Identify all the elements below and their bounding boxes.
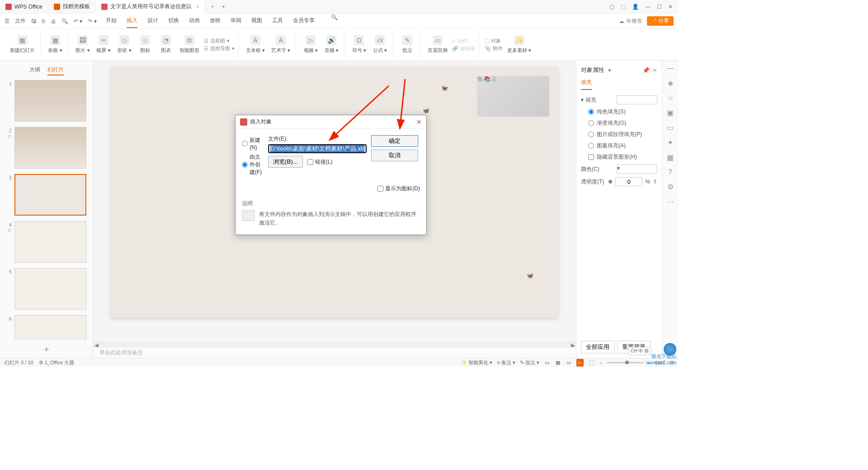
color-picker[interactable]: ▾ [617, 164, 657, 174]
fill-tab[interactable]: 填充 [581, 76, 592, 90]
object-button[interactable]: ⬚ 对象 [485, 38, 503, 44]
stepper-icon[interactable]: ⇕ [653, 179, 657, 185]
settings-icon[interactable]: ⚙ [667, 183, 674, 191]
print-preview-icon[interactable]: 🔍 [61, 18, 68, 24]
tab-start[interactable]: 开始 [106, 14, 117, 28]
slide-thumb-2[interactable] [14, 127, 86, 169]
close-panel-icon[interactable]: ✕ [652, 67, 657, 74]
media-icon[interactable]: ▦ [667, 153, 674, 162]
thumbnail-list[interactable]: 1 2☆ 3 4☆ 5 6 [0, 78, 93, 340]
solid-fill-radio[interactable]: 纯色填充(S) [581, 106, 657, 118]
tab-document[interactable]: 文字是人类用符号记录表达信息以 × [96, 0, 205, 14]
share-button[interactable]: ↗ 分享 [647, 16, 674, 26]
view-reading-icon[interactable]: ▭ [566, 360, 572, 366]
tab-review[interactable]: 审阅 [231, 14, 241, 28]
tab-design[interactable]: 设计 [147, 14, 158, 28]
search-icon[interactable]: 🔍 [331, 14, 338, 28]
tab-animation[interactable]: 动画 [189, 14, 200, 28]
wordart-button[interactable]: A艺术字 ▾ [269, 33, 292, 56]
opacity-slider[interactable] [609, 181, 611, 183]
view-slideshow-icon[interactable]: ▷ [576, 359, 584, 367]
notes-bar[interactable]: 单击此处添加备注 [93, 347, 576, 358]
view-normal-icon[interactable]: ▭ [544, 360, 550, 366]
maximize-button[interactable]: ☐ [657, 4, 662, 10]
slide-thumb-5[interactable] [14, 268, 86, 310]
tab-template[interactable]: 找稻壳模板 [48, 0, 96, 14]
file-path-input[interactable] [268, 144, 367, 153]
slide-thumb-1[interactable] [14, 80, 86, 122]
collapse-panel-icon[interactable]: — [667, 64, 674, 72]
dialog-titlebar[interactable]: 插入对象 ✕ [236, 115, 426, 129]
slide-thumb-6[interactable] [14, 315, 86, 340]
zoom-out-button[interactable]: − [599, 360, 602, 366]
equation-button[interactable]: √x公式 ▾ [371, 33, 389, 56]
theme-label[interactable]: ⚙ 1_Office 主题 [39, 359, 75, 366]
zoom-slider[interactable] [607, 362, 643, 363]
more-icon[interactable]: ⋯ [667, 197, 674, 206]
tab-vip[interactable]: 会员专享 [293, 14, 315, 28]
hyperlink-button[interactable]: 🔗 超链接 [452, 45, 475, 52]
layout-icon[interactable]: ▢ [609, 4, 614, 10]
link-checkbox[interactable]: 链接(L) [307, 158, 333, 166]
tab-view[interactable]: 视图 [251, 14, 262, 28]
tab-slideshow[interactable]: 放映 [210, 14, 221, 28]
slide-thumb-4[interactable] [14, 221, 86, 263]
view-sorter-icon[interactable]: ▦ [555, 360, 561, 366]
add-slide-button[interactable]: ＋ [0, 340, 93, 358]
more-materials-button[interactable]: ✨更多素材 ▾ [505, 33, 533, 56]
template-icon[interactable]: ▣ [667, 108, 674, 117]
export-icon[interactable]: ⎘ [42, 18, 45, 24]
sparkle-icon[interactable]: ✦ [667, 138, 673, 147]
cancel-button[interactable]: 取消 [371, 150, 418, 161]
close-window-button[interactable]: ✕ [668, 4, 673, 10]
diamond-icon[interactable]: ◈ [668, 79, 673, 87]
opacity-input[interactable] [615, 177, 642, 186]
table-button[interactable]: ▦表格 ▾ [46, 33, 64, 56]
tab-transition[interactable]: 切换 [168, 14, 179, 28]
tab-tools[interactable]: 工具 [272, 14, 283, 28]
pin-icon[interactable]: 📌 [642, 67, 650, 74]
save-icon[interactable]: 🖫 [31, 18, 37, 24]
pattern-fill-radio[interactable]: 图片或纹理填充(P) [581, 129, 657, 140]
close-tab-icon[interactable]: × [196, 4, 199, 10]
video-button[interactable]: ▷视频 ▾ [302, 33, 320, 56]
shapes-button[interactable]: ◇形状 ▾ [115, 33, 133, 56]
redo-icon[interactable]: ↷ ▾ [88, 18, 96, 24]
browse-button[interactable]: 浏览(B)... [268, 156, 303, 168]
smart-beautify-button[interactable]: ✨ 智能美化 ▾ [461, 359, 492, 366]
modify-status[interactable]: ☁有修改 [619, 17, 642, 25]
chart-button[interactable]: ◔图表 [157, 33, 175, 56]
ok-button[interactable]: 确定 [371, 135, 418, 147]
tab-wps-home[interactable]: WPS Office [0, 0, 48, 14]
picture-button[interactable]: 🖼图片 ▾ [74, 33, 92, 56]
fill-preset-select[interactable] [617, 95, 657, 104]
comment-button[interactable]: ✎批注 [398, 33, 416, 56]
gradient-fill-radio[interactable]: 渐变填充(G) [581, 118, 657, 129]
screenshot-button[interactable]: ✂截屏 ▾ [94, 33, 113, 56]
apply-all-button[interactable]: 全部应用 [581, 341, 614, 353]
view-present-icon[interactable]: ⛶ [588, 360, 595, 366]
audio-button[interactable]: 🔊音频 ▾ [322, 33, 340, 56]
slide-bg-fill-radio[interactable]: 图案填充(A) [581, 140, 657, 151]
new-radio[interactable]: 新建(N) [242, 135, 264, 152]
horizontal-scrollbar[interactable]: ◀ ▶ [93, 342, 576, 347]
undo-icon[interactable]: ↶ ▾ [74, 18, 82, 24]
star-icon[interactable]: ☆ [667, 94, 674, 102]
show-as-icon-checkbox[interactable]: 显示为图标(D) [377, 185, 420, 193]
action-button[interactable]: ▷ 动作 [452, 38, 475, 44]
slides-tab[interactable]: 幻灯片 [47, 65, 64, 75]
cube-icon[interactable]: ⬚ [621, 4, 626, 10]
flowchart-button[interactable]: ☰ 流程图 ▾ [204, 38, 235, 44]
comments-toggle[interactable]: ✎ 批注 ▾ [520, 359, 539, 366]
hide-bg-checkbox[interactable]: 隐藏背景图形(H) [581, 151, 657, 163]
mindmap-button[interactable]: ☰ 思维导图 ▾ [204, 45, 235, 52]
header-footer-button[interactable]: ▭页眉页脚 [426, 33, 449, 56]
new-slide-button[interactable]: ▦新建幻灯片 [8, 33, 37, 56]
layers-icon[interactable]: ▭ [667, 123, 674, 132]
fill-section-header[interactable]: ▾ 填充 [581, 94, 657, 106]
file-menu[interactable]: 文件 [15, 17, 26, 25]
print-icon[interactable]: 🖨 [51, 18, 56, 24]
outline-tab[interactable]: 大纲 [29, 65, 40, 75]
help-icon[interactable]: ? [668, 168, 672, 176]
textbox-button[interactable]: A文本框 ▾ [244, 33, 267, 56]
